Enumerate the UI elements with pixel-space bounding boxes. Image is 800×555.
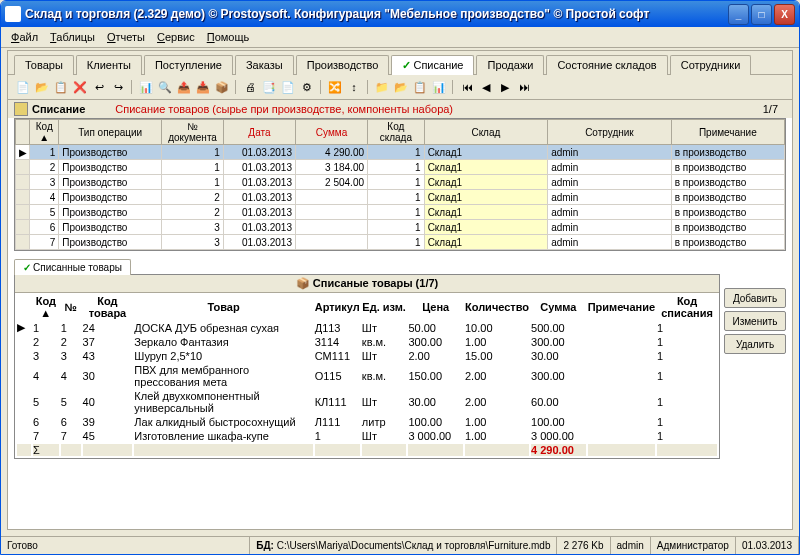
table-row[interactable]: ▶1124ДОСКА ДУБ обрезная сухаяД113Шт50.00…: [17, 321, 717, 334]
toolbar-btn[interactable]: 🔍: [156, 78, 174, 96]
detail-title: 📦 Списаные товары (1/7): [15, 275, 719, 293]
section-header: Списание Списание товаров (сырье при про…: [8, 100, 792, 118]
status-db: БД: C:\Users\Mariya\Documents\Склад и то…: [250, 537, 557, 554]
menu-Помощь[interactable]: Помощь: [201, 29, 256, 45]
toolbar-btn[interactable]: ↩: [90, 78, 108, 96]
table-row[interactable]: 4Производство201.03.20131Склад1adminв пр…: [16, 190, 785, 205]
section-title: Списание: [32, 103, 85, 115]
table-row[interactable]: 6639Лак алкидный быстросохнущийЛ111литр1…: [17, 416, 717, 428]
tab-6[interactable]: Продажи: [476, 55, 544, 75]
toolbar-btn[interactable]: ⏭: [515, 78, 533, 96]
delete-button[interactable]: Удалить: [724, 334, 786, 354]
toolbar-btn[interactable]: ⚙: [298, 78, 316, 96]
status-bar: Готово БД: C:\Users\Mariya\Documents\Скл…: [1, 536, 799, 554]
tab-2[interactable]: Поступление: [144, 55, 233, 75]
toolbar-btn[interactable]: 📊: [430, 78, 448, 96]
toolbar-btn[interactable]: ⏮: [458, 78, 476, 96]
maximize-button[interactable]: □: [751, 4, 772, 25]
tab-3[interactable]: Заказы: [235, 55, 294, 75]
menu-Отчеты[interactable]: Отчеты: [101, 29, 151, 45]
table-row[interactable]: 5Производство201.03.20131Склад1adminв пр…: [16, 205, 785, 220]
tab-8[interactable]: Сотрудники: [670, 55, 752, 75]
toolbar-btn[interactable]: 📄: [279, 78, 297, 96]
folder-icon: [14, 102, 28, 116]
toolbar: 📄📂📋❌↩↪📊🔍📤📥📦🖨📑📄⚙🔀↕📁📂📋📊⏮◀▶⏭: [8, 75, 792, 100]
section-counter: 1/7: [763, 103, 786, 115]
table-row[interactable]: 2Производство101.03.20133 184.001Склад1a…: [16, 160, 785, 175]
toolbar-btn[interactable]: 📑: [260, 78, 278, 96]
main-grid[interactable]: Код ▲Тип операции№ документаДатаСуммаКод…: [14, 118, 786, 251]
app-icon: [5, 6, 21, 22]
toolbar-btn[interactable]: 🔀: [326, 78, 344, 96]
menu-Сервис[interactable]: Сервис: [151, 29, 201, 45]
detail-grid[interactable]: 📦 Списаные товары (1/7) Код ▲№Код товара…: [14, 274, 720, 459]
table-row[interactable]: 3Производство101.03.20132 504.001Склад1a…: [16, 175, 785, 190]
table-row[interactable]: 3343Шуруп 2,5*10СМ111Шт2.0015.0030.001: [17, 350, 717, 362]
table-row[interactable]: 6Производство301.03.20131Склад1adminв пр…: [16, 220, 785, 235]
edit-button[interactable]: Изменить: [724, 311, 786, 331]
add-button[interactable]: Добавить: [724, 288, 786, 308]
main-tabs: ТоварыКлиентыПоступлениеЗаказыПроизводст…: [8, 51, 792, 75]
toolbar-btn[interactable]: 📋: [411, 78, 429, 96]
table-row[interactable]: ▶1Производство101.03.20134 290.001Склад1…: [16, 145, 785, 160]
toolbar-btn[interactable]: 📋: [52, 78, 70, 96]
status-role: Администратор: [651, 537, 736, 554]
toolbar-btn[interactable]: 📄: [14, 78, 32, 96]
close-button[interactable]: X: [774, 4, 795, 25]
toolbar-btn[interactable]: ▶: [496, 78, 514, 96]
sub-tabs: ✓Списанные товары: [8, 255, 792, 274]
toolbar-btn[interactable]: 📊: [137, 78, 155, 96]
toolbar-btn[interactable]: ↪: [109, 78, 127, 96]
menu-bar: ФайлТаблицыОтчетыСервисПомощь: [1, 27, 799, 48]
toolbar-btn[interactable]: 📤: [175, 78, 193, 96]
toolbar-btn[interactable]: 📥: [194, 78, 212, 96]
toolbar-btn[interactable]: 📦: [213, 78, 231, 96]
minimize-button[interactable]: _: [728, 4, 749, 25]
status-ready: Готово: [1, 537, 250, 554]
status-date: 01.03.2013: [736, 537, 799, 554]
window-title: Склад и торговля (2.329 демо) © Prostoys…: [25, 7, 728, 21]
toolbar-btn[interactable]: ◀: [477, 78, 495, 96]
status-size: 2 276 Kb: [557, 537, 610, 554]
toolbar-btn[interactable]: ❌: [71, 78, 89, 96]
table-row[interactable]: 7745Изготовление шкафа-купе1Шт3 000.001.…: [17, 430, 717, 442]
menu-Файл[interactable]: Файл: [5, 29, 44, 45]
table-row[interactable]: 4430ПВХ для мембранного прессования мета…: [17, 364, 717, 388]
table-row[interactable]: 5540Клей двухкомпонентный универсальныйК…: [17, 390, 717, 414]
tab-4[interactable]: Производство: [296, 55, 390, 75]
tab-1[interactable]: Клиенты: [76, 55, 142, 75]
status-user: admin: [611, 537, 651, 554]
toolbar-btn[interactable]: 📁: [373, 78, 391, 96]
tab-7[interactable]: Состояние складов: [546, 55, 667, 75]
title-bar: Склад и торговля (2.329 демо) © Prostoys…: [1, 1, 799, 27]
table-row[interactable]: 7Производство301.03.20131Склад1adminв пр…: [16, 235, 785, 250]
toolbar-btn[interactable]: 📂: [33, 78, 51, 96]
toolbar-btn[interactable]: 🖨: [241, 78, 259, 96]
toolbar-btn[interactable]: 📂: [392, 78, 410, 96]
section-description: Списание товаров (сырье при производстве…: [115, 103, 453, 115]
subtab-items[interactable]: ✓Списанные товары: [14, 259, 131, 275]
toolbar-btn[interactable]: ↕: [345, 78, 363, 96]
tab-0[interactable]: Товары: [14, 55, 74, 75]
menu-Таблицы[interactable]: Таблицы: [44, 29, 101, 45]
tab-5[interactable]: ✓Списание: [391, 55, 474, 75]
table-row[interactable]: 2237Зеркало Фантазия3114кв.м.300.001.003…: [17, 336, 717, 348]
sum-row: Σ4 290.00: [17, 444, 717, 456]
